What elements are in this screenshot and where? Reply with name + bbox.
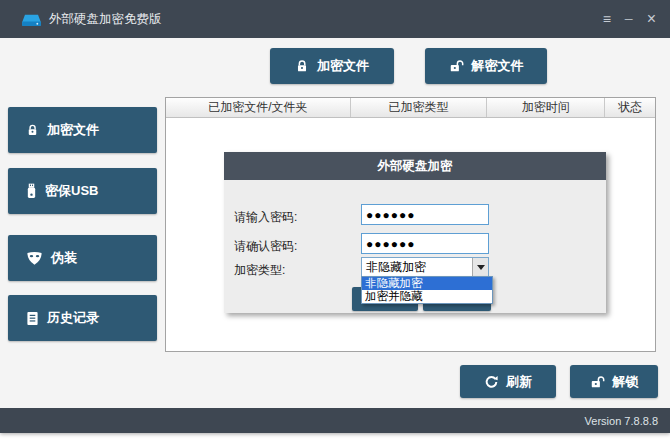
sidebar-label: 历史记录 (47, 309, 99, 327)
unlock-icon (449, 59, 464, 73)
refresh-icon (484, 375, 498, 389)
chevron-down-icon[interactable] (472, 258, 488, 276)
usb-icon (26, 183, 37, 199)
history-icon (26, 311, 39, 326)
sidebar-item-usb-key[interactable]: 密保USB (8, 168, 157, 214)
sidebar-label: 伪装 (51, 249, 77, 267)
dropdown-option-encrypt-and-hide[interactable]: 加密并隐藏 (362, 290, 492, 303)
decrypt-files-label: 解密文件 (472, 57, 524, 75)
column-header-status[interactable]: 状态 (605, 98, 655, 117)
version-text: Version 7.8.8.8 (585, 415, 658, 427)
minimize-icon[interactable]: ─ (625, 14, 633, 25)
sidebar-label: 密保USB (45, 182, 98, 200)
refresh-button[interactable]: 刷新 (460, 365, 556, 398)
sidebar-item-history[interactable]: 历史记录 (8, 295, 157, 341)
table-header-row: 已加密文件/文件夹 已加密类型 加密时间 状态 (166, 98, 655, 118)
title-bar: 外部硬盘加密免费版 ≡ ─ × (0, 0, 670, 38)
window-title: 外部硬盘加密免费版 (49, 11, 162, 28)
menu-icon[interactable]: ≡ (603, 12, 611, 26)
decrypt-files-button[interactable]: 解密文件 (425, 48, 547, 84)
lock-icon (26, 123, 39, 137)
mask-icon (26, 251, 43, 266)
close-icon[interactable]: × (647, 11, 656, 27)
refresh-label: 刷新 (506, 373, 532, 391)
unlock-label: 解锁 (613, 373, 639, 391)
password-label: 请输入密码: (234, 209, 297, 226)
unlock-button[interactable]: 解锁 (570, 365, 658, 398)
confirm-password-label: 请确认密码: (234, 238, 297, 255)
sidebar-item-disguise[interactable]: 伪装 (8, 235, 157, 281)
unlock-icon (590, 375, 605, 389)
column-header-time[interactable]: 加密时间 (487, 98, 605, 117)
encrypt-type-value: 非隐藏加密 (362, 259, 472, 276)
column-header-file[interactable]: 已加密文件/文件夹 (166, 98, 351, 117)
confirm-password-input[interactable] (361, 233, 489, 254)
lock-icon (295, 59, 309, 73)
drive-icon (22, 12, 41, 27)
app-window: 外部硬盘加密免费版 ≡ ─ × 加密文件 解密文件 (0, 0, 670, 433)
encrypt-files-button[interactable]: 加密文件 (270, 48, 394, 84)
column-header-type[interactable]: 已加密类型 (351, 98, 488, 117)
dialog-title: 外部硬盘加密 (224, 152, 606, 180)
sidebar-item-encrypt-files[interactable]: 加密文件 (8, 107, 157, 153)
status-bar: Version 7.8.8.8 (0, 408, 670, 433)
encrypt-type-dropdown: 非隐藏加密 加密并隐藏 (361, 276, 493, 304)
encrypt-dialog: 外部硬盘加密 请输入密码: 请确认密码: 加密类型: 非隐藏加密 非隐藏加密 加… (224, 152, 606, 313)
sidebar-label: 加密文件 (47, 121, 99, 139)
encrypt-type-label: 加密类型: (234, 262, 285, 279)
password-input[interactable] (361, 204, 489, 225)
encrypt-files-label: 加密文件 (317, 57, 369, 75)
encrypt-type-select[interactable]: 非隐藏加密 (361, 257, 489, 277)
